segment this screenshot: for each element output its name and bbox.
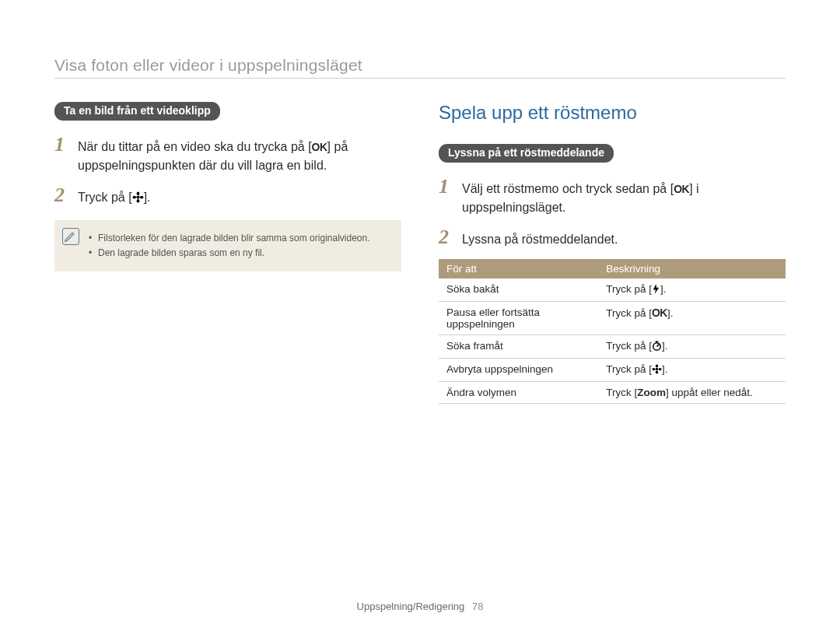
- text-fragment: Tryck på [: [606, 363, 652, 375]
- table-cell-desc: Tryck på [].: [598, 335, 786, 358]
- svg-point-5: [653, 343, 660, 350]
- table-cell-desc: Tryck på [].: [598, 278, 786, 302]
- text-fragment: ].: [662, 363, 668, 375]
- svg-point-3: [132, 195, 136, 198]
- text-fragment: Välj ett röstmemo och tryck sedan på [: [462, 182, 674, 195]
- flower-icon: [132, 190, 144, 208]
- ok-icon: OK: [312, 139, 327, 155]
- step-1-right: 1 Välj ett röstmemo och tryck sedan på […: [439, 177, 786, 215]
- svg-point-8: [656, 371, 658, 374]
- footer-page-number: 78: [472, 601, 483, 612]
- ok-icon: OK: [652, 306, 667, 319]
- table-cell-action: Ändra volymen: [439, 381, 598, 403]
- text-fragment: ].: [144, 191, 151, 204]
- page-title: Visa foton eller videor i uppspelningslä…: [54, 56, 786, 75]
- svg-point-4: [140, 195, 144, 198]
- note-item: Filstorleken för den lagrade bilden blir…: [89, 231, 389, 246]
- flower-icon: [652, 364, 662, 377]
- step-2-right: 2 Lyssna på röstmeddelandet.: [439, 227, 786, 248]
- step-2-left: 2 Tryck på [].: [54, 185, 401, 208]
- text-fragment: Tryck på [: [606, 340, 652, 352]
- content-columns: Ta en bild från ett videoklipp 1 När du …: [54, 102, 786, 404]
- table-cell-desc: Tryck på [OK].: [598, 301, 786, 335]
- left-column: Ta en bild från ett videoklipp 1 När du …: [54, 102, 401, 404]
- title-rule: [54, 78, 786, 79]
- text-fragment: ].: [662, 340, 668, 352]
- step-number: 2: [54, 185, 68, 208]
- note-box: Filstorleken för den lagrade bilden blir…: [54, 220, 401, 271]
- manual-page: Visa foton eller videor i uppspelningslä…: [0, 0, 840, 634]
- step-text: Välj ett röstmemo och tryck sedan på [OK…: [462, 177, 786, 215]
- svg-point-6: [656, 368, 659, 371]
- text-fragment: Tryck på [: [78, 191, 132, 204]
- note-list: Filstorleken för den lagrade bilden blir…: [89, 231, 389, 261]
- step-number: 1: [439, 177, 453, 215]
- table-row: Söka framåt Tryck på [].: [439, 335, 786, 358]
- table-cell-action: Pausa eller fortsätta uppspelningen: [439, 301, 598, 335]
- step-number: 2: [439, 227, 453, 248]
- svg-point-10: [659, 368, 662, 370]
- table-row: Ändra volymen Tryck [Zoom] uppåt eller n…: [439, 381, 786, 403]
- text-fragment: ] uppåt eller nedåt.: [666, 387, 753, 398]
- text-fragment: ].: [667, 307, 674, 319]
- svg-point-7: [656, 364, 658, 367]
- right-column: Spela upp ett röstmemo Lyssna på ett rös…: [439, 102, 786, 404]
- step-number: 1: [54, 135, 68, 173]
- table-header: För att: [439, 259, 598, 278]
- note-icon: [62, 228, 79, 245]
- table-row: Avbryta uppspelningen Tryck på [].: [439, 358, 786, 381]
- svg-point-1: [136, 191, 139, 195]
- table-cell-action: Söka bakåt: [439, 278, 598, 302]
- table-cell-action: Söka framåt: [439, 335, 598, 358]
- flash-icon: [652, 284, 660, 296]
- text-fragment: Tryck [: [606, 387, 637, 398]
- subsection-pill-left: Ta en bild från ett videoklipp: [54, 102, 220, 121]
- text-fragment: När du tittar på en video ska du trycka …: [78, 140, 312, 153]
- zoom-label: Zoom: [637, 387, 666, 398]
- controls-table: För att Beskrivning Söka bakåt Tryck på …: [439, 259, 786, 404]
- note-item: Den lagrade bilden sparas som en ny fil.: [89, 246, 389, 261]
- table-cell-action: Avbryta uppspelningen: [439, 358, 598, 381]
- table-header-row: För att Beskrivning: [439, 259, 786, 278]
- page-footer: Uppspelning/Redigering 78: [0, 601, 840, 612]
- text-fragment: Tryck på [: [606, 307, 652, 319]
- ok-icon: OK: [674, 181, 689, 197]
- text-fragment: ].: [660, 283, 667, 295]
- table-header: Beskrivning: [598, 259, 786, 278]
- table-row: Pausa eller fortsätta uppspelningen Tryc…: [439, 301, 786, 335]
- timer-icon: [652, 341, 662, 353]
- table-cell-desc: Tryck på [].: [598, 358, 786, 381]
- table-row: Söka bakåt Tryck på [].: [439, 278, 786, 302]
- table-cell-desc: Tryck [Zoom] uppåt eller nedåt.: [598, 381, 786, 403]
- text-fragment: Tryck på [: [606, 283, 652, 295]
- step-text: Lyssna på röstmeddelandet.: [462, 227, 618, 248]
- step-1-left: 1 När du tittar på en video ska du tryck…: [54, 135, 401, 173]
- step-text: Tryck på [].: [78, 185, 151, 208]
- footer-section: Uppspelning/Redigering: [357, 601, 465, 612]
- subsection-pill-right: Lyssna på ett röstmeddelande: [439, 144, 614, 163]
- svg-point-0: [136, 195, 139, 198]
- svg-point-9: [652, 368, 655, 370]
- svg-point-2: [136, 199, 139, 203]
- section-heading: Spela upp ett röstmemo: [439, 102, 786, 124]
- step-text: När du tittar på en video ska du trycka …: [78, 135, 401, 173]
